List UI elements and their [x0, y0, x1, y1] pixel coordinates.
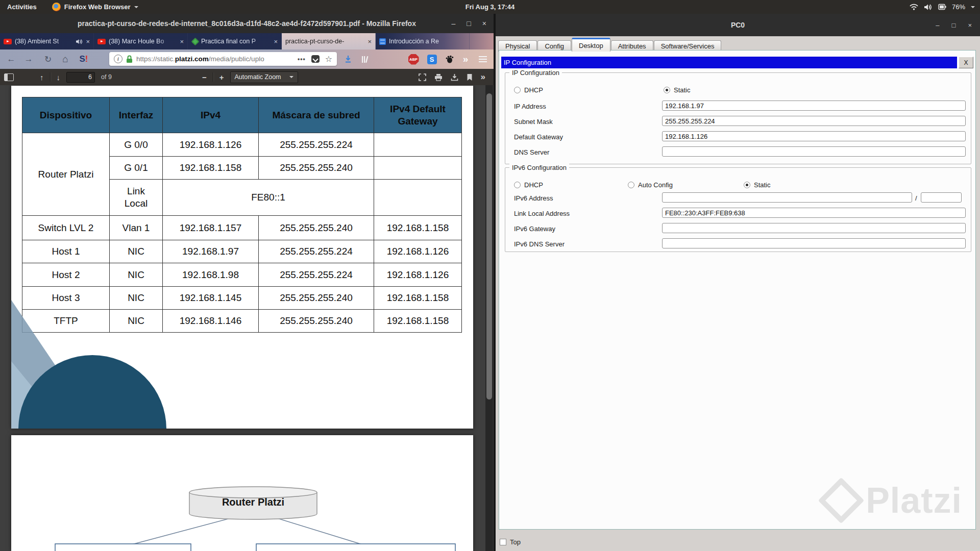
subnet-mask-input[interactable]	[662, 116, 966, 126]
device-cell: Router Platzi	[22, 133, 110, 216]
link-local-address-input[interactable]	[662, 208, 966, 218]
app-menu[interactable]: Firefox Web Browser	[52, 3, 138, 11]
tab-introduccion[interactable]: Introducción a Re	[376, 33, 470, 49]
top-checkbox[interactable]	[500, 539, 506, 545]
network-table: Dispositivo Interfaz IPv4 Máscara de sub…	[22, 97, 462, 333]
tab-close-icon[interactable]: ×	[274, 38, 278, 45]
tab-practica-final[interactable]: Practica final con P ×	[188, 33, 282, 49]
youtube-icon	[4, 39, 12, 44]
radio-icon[interactable]	[628, 182, 634, 188]
next-page-icon[interactable]: ↓	[57, 73, 61, 82]
zoom-select-value: Automatic Zoom	[235, 73, 281, 81]
minimize-button[interactable]: –	[936, 21, 939, 29]
zoom-in-icon[interactable]: +	[219, 73, 224, 82]
chevron-down-icon	[134, 6, 138, 8]
forward-button[interactable]: →	[21, 49, 36, 69]
ip-address-input[interactable]	[662, 101, 966, 111]
print-icon[interactable]	[434, 73, 443, 81]
menu-hamburger-icon[interactable]	[476, 49, 490, 69]
tab-label: Practica final con P	[201, 38, 271, 45]
page-actions-icon[interactable]: •••	[298, 56, 306, 63]
dns-server-input[interactable]	[662, 146, 966, 157]
field-label: IPv6 DNS Server	[514, 238, 565, 249]
url-subdomain: static.	[157, 55, 175, 63]
presentation-mode-icon[interactable]	[419, 73, 426, 81]
bookmark-star-icon[interactable]: ☆	[325, 54, 332, 64]
ip-configuration-titlebar: IP Configuration	[501, 57, 957, 68]
cell: 255.255.255.240	[259, 157, 374, 180]
radio-selected-icon[interactable]	[744, 182, 750, 188]
toolbar-overflow-icon[interactable]: »	[481, 72, 485, 82]
tab-bar: (38) Ambient St × (38) Marc Houle Bo × P…	[0, 33, 494, 49]
dhcp-radio[interactable]: DHCP	[514, 84, 543, 95]
pocket-icon[interactable]	[311, 55, 320, 63]
zoom-out-icon[interactable]: −	[202, 73, 207, 82]
zoom-select[interactable]: Automatic Zoom	[230, 71, 298, 83]
radio-label: Static	[754, 181, 771, 189]
dialog-close-button[interactable]: X	[959, 57, 973, 68]
top-checkbox-label: Top	[510, 538, 521, 546]
ipv6-gateway-input[interactable]	[662, 223, 966, 233]
pdf-page-7: Router Platzi	[11, 435, 473, 551]
s-bookmark-icon[interactable]: S!	[77, 49, 91, 69]
previous-page-icon[interactable]: ↑	[40, 73, 44, 82]
adblock-icon[interactable]: ABP	[406, 49, 421, 69]
radio-icon[interactable]	[514, 87, 521, 93]
chevron-down-icon	[289, 76, 293, 78]
home-button[interactable]: ⌂	[58, 49, 72, 69]
ipv6-dns-server-input[interactable]	[662, 238, 966, 248]
abp-label: ABP	[408, 54, 419, 65]
gnome-foot-icon[interactable]	[442, 49, 456, 69]
back-button[interactable]: ←	[4, 49, 18, 69]
maximize-button[interactable]: □	[952, 21, 956, 29]
tab-marc-houle[interactable]: (38) Marc Houle Bo ×	[94, 33, 188, 49]
close-button[interactable]: ×	[482, 19, 486, 28]
url-bar[interactable]: i https://static.platzi.com/media/public…	[109, 52, 337, 66]
tab-close-icon[interactable]: ×	[86, 38, 90, 45]
tab-close-icon[interactable]: ×	[180, 38, 184, 45]
tab-desktop[interactable]: Desktop	[572, 38, 610, 52]
lock-icon[interactable]	[126, 55, 133, 63]
default-gateway-input[interactable]	[662, 131, 966, 141]
activities-button[interactable]: Activities	[7, 3, 37, 11]
ipv6-static-radio[interactable]: Static	[744, 179, 771, 190]
close-button[interactable]: ×	[968, 21, 972, 29]
ipv6-dhcp-radio[interactable]: DHCP	[514, 179, 543, 190]
system-tray[interactable]: 76%	[910, 0, 975, 14]
col-header: IPv4	[163, 97, 259, 133]
library-button[interactable]	[358, 49, 373, 69]
radio-label: Auto Config	[638, 181, 673, 189]
downloads-button[interactable]	[341, 49, 355, 69]
radio-icon[interactable]	[514, 182, 521, 188]
sidebar-toggle-icon[interactable]	[4, 73, 14, 81]
ipv6-prefix-input[interactable]	[921, 192, 962, 203]
tab-pdf-active[interactable]: practica-pt-curso-de- ×	[282, 33, 376, 49]
pdf-scrollbar[interactable]	[485, 85, 493, 551]
tab-close-icon[interactable]: ×	[368, 38, 372, 45]
tab-audio-icon[interactable]	[76, 39, 83, 44]
pdf-viewer[interactable]: Dispositivo Interfaz IPv4 Máscara de sub…	[0, 85, 494, 551]
maximize-button[interactable]: □	[467, 19, 471, 28]
info-icon[interactable]: i	[114, 55, 122, 63]
download-icon[interactable]	[451, 73, 458, 81]
table-header-row: Dispositivo Interfaz IPv4 Máscara de sub…	[22, 97, 462, 133]
gnome-top-bar: Activities Firefox Web Browser Fri Aug 3…	[0, 0, 980, 14]
clock[interactable]: Fri Aug 3, 17:44	[465, 0, 514, 14]
scrollbar-thumb[interactable]	[486, 93, 492, 399]
bookmark-icon[interactable]	[467, 73, 473, 81]
minimize-button[interactable]: –	[452, 19, 456, 28]
s-extension-icon[interactable]: S	[425, 49, 439, 69]
url-text[interactable]: https://static.platzi.com/media/public/u…	[136, 55, 294, 63]
cell: 192.168.1.158	[374, 216, 462, 240]
tab-ambient[interactable]: (38) Ambient St ×	[0, 33, 94, 49]
overflow-chevrons-icon[interactable]: »	[458, 49, 473, 69]
cell: TFTP	[22, 310, 110, 333]
ipv6-address-input[interactable]	[662, 192, 912, 203]
reload-button[interactable]: ↻	[41, 49, 55, 69]
platzi-watermark: Platzi	[825, 480, 962, 521]
cell: Host 3	[22, 287, 110, 310]
page-number-input[interactable]	[66, 72, 95, 83]
static-radio[interactable]: Static	[664, 84, 691, 95]
ipv6-autoconfig-radio[interactable]: Auto Config	[628, 179, 673, 190]
radio-selected-icon[interactable]	[664, 87, 670, 93]
